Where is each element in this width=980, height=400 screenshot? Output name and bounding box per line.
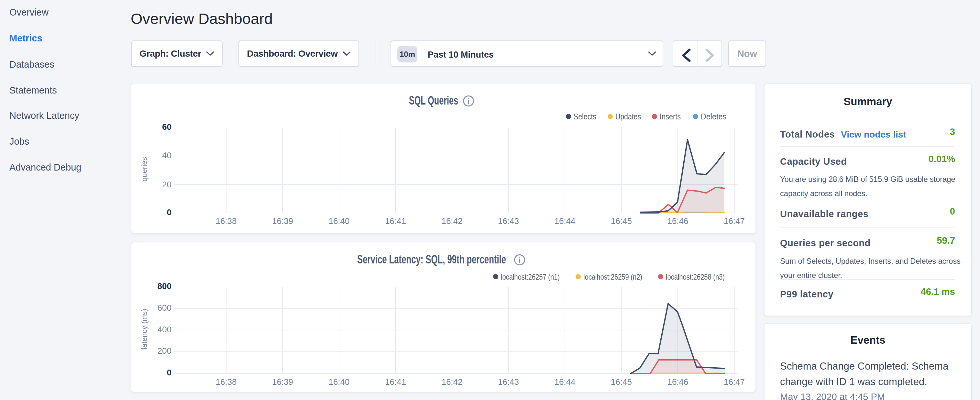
svg-text:Inserts: Inserts <box>660 112 681 121</box>
svg-text:800: 800 <box>158 281 172 291</box>
svg-text:16:41: 16:41 <box>385 216 406 226</box>
svg-text:16:44: 16:44 <box>554 216 575 226</box>
svg-text:SQL Queries: SQL Queries <box>409 94 458 107</box>
svg-text:16:47: 16:47 <box>724 377 745 387</box>
svg-text:16:39: 16:39 <box>272 377 293 387</box>
svg-text:16:40: 16:40 <box>328 377 349 387</box>
svg-text:localhost:26257 (n1): localhost:26257 (n1) <box>501 273 560 281</box>
svg-text:200: 200 <box>158 346 172 356</box>
svg-text:Selects: Selects <box>574 112 596 121</box>
svg-text:16:46: 16:46 <box>667 377 688 387</box>
svg-text:Updates: Updates <box>616 112 641 121</box>
svg-text:latency (ms): latency (ms) <box>140 309 148 349</box>
svg-text:localhost:26259 (n2): localhost:26259 (n2) <box>583 273 642 281</box>
svg-text:0: 0 <box>167 368 172 377</box>
svg-text:40: 40 <box>162 150 172 160</box>
svg-text:i: i <box>519 256 520 265</box>
svg-text:localhost:26258 (n3): localhost:26258 (n3) <box>666 273 725 281</box>
svg-text:16:41: 16:41 <box>385 377 406 387</box>
svg-text:20: 20 <box>162 180 172 189</box>
svg-text:16:39: 16:39 <box>272 216 293 226</box>
svg-text:600: 600 <box>158 303 172 312</box>
svg-text:i: i <box>468 97 469 105</box>
svg-text:16:46: 16:46 <box>667 216 688 226</box>
svg-text:16:43: 16:43 <box>498 216 519 226</box>
svg-text:16:45: 16:45 <box>611 216 632 226</box>
svg-text:Deletes: Deletes <box>701 112 726 121</box>
svg-text:16:44: 16:44 <box>554 377 575 387</box>
svg-text:16:42: 16:42 <box>441 377 462 387</box>
svg-text:16:47: 16:47 <box>724 216 745 226</box>
svg-text:0: 0 <box>167 207 172 217</box>
svg-text:16:45: 16:45 <box>611 377 632 387</box>
svg-text:60: 60 <box>162 122 172 132</box>
svg-text:16:38: 16:38 <box>215 377 237 387</box>
svg-text:16:40: 16:40 <box>328 216 349 226</box>
svg-text:16:38: 16:38 <box>215 216 237 226</box>
svg-text:16:42: 16:42 <box>441 216 462 226</box>
svg-text:16:43: 16:43 <box>498 377 519 387</box>
svg-text:Service Latency: SQL, 99th per: Service Latency: SQL, 99th percentile <box>357 253 506 266</box>
svg-text:400: 400 <box>158 325 172 334</box>
svg-text:queries: queries <box>140 157 148 181</box>
